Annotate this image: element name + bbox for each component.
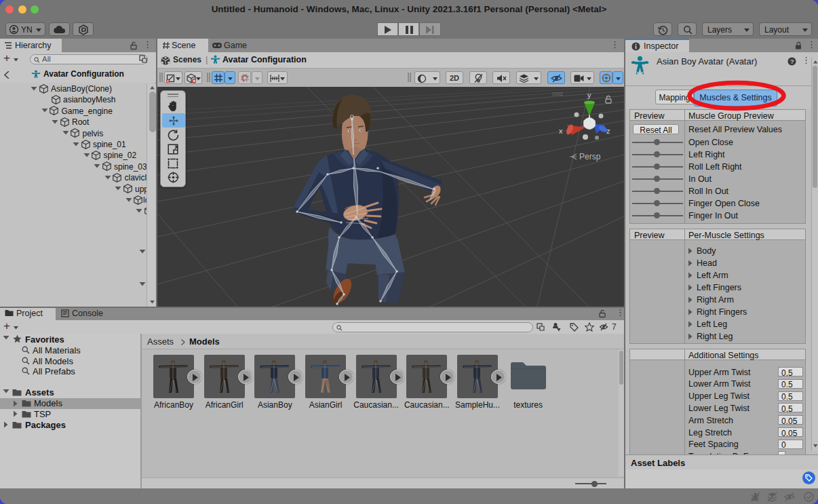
svg-text:?: ? (790, 58, 794, 65)
svg-text:y: y (587, 91, 591, 99)
svg-text:z: z (606, 127, 610, 135)
svg-text:x: x (559, 127, 563, 135)
svg-text:Persp: Persp (579, 152, 601, 161)
